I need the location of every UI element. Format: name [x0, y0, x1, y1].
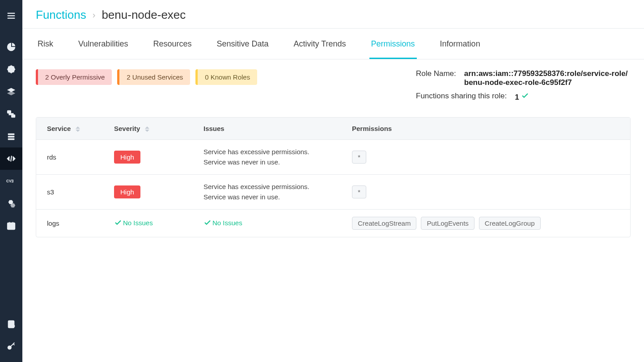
svg-point-4	[10, 68, 12, 70]
th-severity-label: Severity	[114, 125, 140, 132]
breadcrumb-root[interactable]: Functions	[36, 8, 86, 22]
severity-pill: High	[114, 185, 140, 198]
sort-icon	[145, 126, 149, 132]
permission-chip: *	[352, 185, 366, 198]
tab-permissions[interactable]: Permissions	[369, 29, 417, 59]
permissions-table: Service Severity Issues Permissions rdsH…	[36, 117, 631, 237]
sidebar: CV∃	[0, 0, 22, 362]
cell-permissions: *	[341, 178, 630, 206]
role-name-label: Role Name:	[416, 69, 456, 87]
th-issues-label: Issues	[203, 125, 225, 132]
summary-badges: 2 Overly Permissive2 Unused Services0 Kn…	[36, 69, 257, 85]
chevron-right-icon: ›	[93, 10, 96, 20]
cell-service: rds	[36, 146, 103, 168]
svg-rect-2	[8, 18, 15, 19]
no-issues-indicator: No Issues	[114, 219, 153, 227]
svg-rect-24	[8, 223, 15, 230]
table-row: rdsHighService has excessive permissions…	[36, 139, 630, 174]
th-service-label: Service	[47, 125, 71, 132]
no-issues-indicator: No Issues	[203, 219, 242, 227]
cell-issues: No Issues	[193, 211, 341, 235]
role-name-value: arn:aws:iam::779593258376:role/service-r…	[464, 69, 631, 87]
tabs: RiskVulnerabilitiesResourcesSensitive Da…	[22, 29, 644, 59]
permission-chip: CreateLogGroup	[479, 217, 541, 230]
svg-line-9	[8, 66, 8, 67]
tab-information[interactable]: Information	[438, 29, 482, 59]
cell-issues: Service has excessive permissions.Servic…	[193, 140, 341, 174]
svg-rect-1	[8, 15, 15, 16]
breadcrumb-current: benu-node-exec	[102, 8, 186, 22]
menu-icon[interactable]	[0, 4, 22, 27]
svg-rect-18	[8, 136, 15, 138]
wheel-icon[interactable]	[0, 58, 22, 80]
tab-sensitive-data[interactable]: Sensitive Data	[215, 29, 270, 59]
database-icon[interactable]	[0, 125, 22, 147]
breadcrumb: Functions › benu-node-exec	[22, 0, 644, 28]
check-icon	[521, 92, 529, 100]
svg-marker-14	[7, 91, 15, 95]
role-sharing-label: Functions sharing this role:	[416, 92, 507, 102]
summary-badge[interactable]: 2 Overly Permissive	[36, 69, 112, 85]
svg-line-20	[11, 156, 12, 162]
table-header: Service Severity Issues Permissions	[36, 118, 630, 139]
role-info: Role Name: arn:aws:iam::779593258376:rol…	[416, 69, 631, 106]
calendar-icon[interactable]	[0, 215, 22, 237]
tab-risk[interactable]: Risk	[36, 29, 55, 59]
sort-icon	[76, 126, 80, 132]
svg-line-11	[8, 72, 8, 72]
svg-text:CV∃: CV∃	[6, 179, 13, 183]
permission-chip: *	[352, 151, 366, 164]
layers-icon[interactable]	[0, 80, 22, 103]
tab-resources[interactable]: Resources	[151, 29, 193, 59]
cell-permissions: CreateLogStreamPutLogEventsCreateLogGrou…	[341, 210, 630, 237]
th-permissions: Permissions	[341, 118, 630, 139]
svg-rect-17	[8, 134, 15, 135]
cell-service: logs	[36, 212, 103, 234]
cell-severity: No Issues	[103, 211, 193, 235]
code-icon[interactable]	[0, 147, 22, 170]
svg-point-32	[8, 346, 11, 349]
pie-chart-icon[interactable]	[0, 36, 22, 58]
network-icon[interactable]	[0, 103, 22, 125]
role-sharing-count: 1	[515, 93, 519, 101]
svg-rect-19	[8, 139, 15, 140]
summary-badge[interactable]: 2 Unused Services	[117, 69, 190, 85]
svg-rect-0	[8, 13, 15, 14]
severity-pill: High	[114, 151, 140, 164]
tab-vulnerabilities[interactable]: Vulnerabilities	[76, 29, 130, 59]
summary-badge[interactable]: 0 Known Roles	[195, 69, 257, 85]
key-icon[interactable]	[0, 335, 22, 358]
clipboard-icon[interactable]	[0, 313, 22, 335]
th-issues: Issues	[193, 118, 341, 139]
table-row: s3HighService has excessive permissions.…	[36, 174, 630, 209]
cell-severity: High	[103, 143, 193, 171]
th-permissions-label: Permissions	[352, 125, 392, 132]
th-severity[interactable]: Severity	[103, 118, 193, 139]
permission-chip: PutLogEvents	[421, 217, 474, 230]
cell-issues: Service has excessive permissions.Servic…	[193, 175, 341, 209]
hex-icon[interactable]	[0, 192, 22, 215]
cv3-icon[interactable]: CV∃	[0, 170, 22, 192]
svg-rect-15	[8, 111, 11, 114]
tab-activity-trends[interactable]: Activity Trends	[292, 29, 348, 59]
permission-chip: CreateLogStream	[352, 217, 416, 230]
table-row: logsNo IssuesNo IssuesCreateLogStreamPut…	[36, 209, 630, 237]
th-service[interactable]: Service	[36, 118, 103, 139]
svg-line-34	[13, 344, 15, 345]
cell-service: s3	[36, 181, 103, 203]
svg-line-10	[13, 72, 14, 72]
cell-permissions: *	[341, 143, 630, 171]
cell-severity: High	[103, 178, 193, 206]
svg-point-31	[13, 325, 15, 328]
role-sharing-value: 1	[515, 92, 529, 102]
svg-line-12	[13, 66, 14, 67]
